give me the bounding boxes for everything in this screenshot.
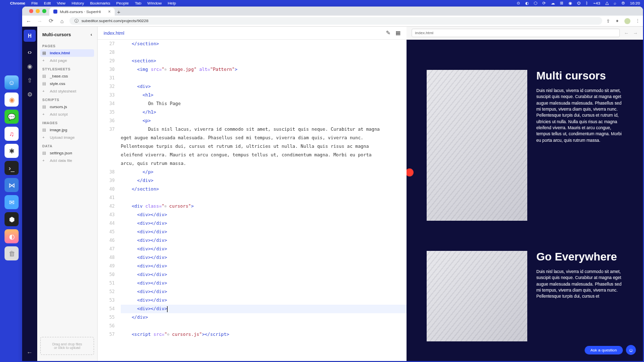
app-rail: H ‹› ◉ ⇧ ⚙ ← bbox=[22, 27, 37, 361]
code-area[interactable]: </section> <section> <img src="◎ image.j… bbox=[119, 40, 407, 361]
dock-mail[interactable]: ✉ bbox=[5, 195, 19, 209]
file-cursors-js[interactable]: ▤cursors.js bbox=[40, 103, 94, 111]
preview-paragraph: Duis nisl lacus, viverra id commodo sit … bbox=[536, 87, 623, 143]
file-base-css[interactable]: ▤_base.css bbox=[40, 72, 94, 80]
window-minimize-icon[interactable] bbox=[36, 9, 40, 13]
editor-body[interactable]: 2728293031323334353637383940414243444546… bbox=[98, 40, 407, 361]
bluetooth-icon[interactable]: ᛒ bbox=[586, 1, 588, 6]
tab-strip: Multi-cursors · SuperHi × + bbox=[22, 7, 643, 16]
smile-icon[interactable]: ☺ bbox=[626, 345, 636, 355]
macos-dock: ☺ ◉ 💬 ♫ ✱ ›_ ⋈ ✉ ⬢ ◐ 🗑 bbox=[3, 75, 20, 260]
dock-figma[interactable]: ⬢ bbox=[5, 212, 19, 226]
rail-share-icon[interactable]: ⇧ bbox=[22, 77, 37, 84]
rail-code-icon[interactable]: ‹› bbox=[22, 49, 37, 56]
plus-icon: + bbox=[42, 158, 47, 163]
file-icon: ▤ bbox=[42, 74, 47, 78]
menu-people[interactable]: People bbox=[116, 1, 129, 6]
url-text: subeditor.superhi.com/projects/90228 bbox=[82, 19, 148, 23]
file-image-jpg[interactable]: ▤image.jpg bbox=[40, 126, 94, 134]
window-zoom-icon[interactable] bbox=[42, 9, 46, 13]
preview-forward-icon[interactable]: → bbox=[633, 30, 638, 36]
site-info-icon[interactable]: ⓘ bbox=[74, 18, 78, 24]
sidebar: Multi-cursors ‹ PAGES ▤index.html +Add p… bbox=[37, 27, 98, 361]
status-icon[interactable]: ⟳ bbox=[542, 1, 546, 6]
plus-icon: + bbox=[42, 89, 47, 94]
home-button[interactable]: ⌂ bbox=[58, 18, 65, 24]
menu-bookmarks[interactable]: Bookmarks bbox=[90, 1, 110, 6]
tab-close-icon[interactable]: × bbox=[108, 9, 111, 14]
reload-button[interactable]: ⟳ bbox=[47, 18, 54, 24]
file-index-html[interactable]: ▤index.html bbox=[40, 49, 94, 57]
menu-file[interactable]: File bbox=[31, 1, 38, 6]
menu-window[interactable]: Window bbox=[147, 1, 162, 6]
add-stylesheet-button[interactable]: +Add stylesheet bbox=[40, 87, 94, 95]
dock-finder[interactable]: ☺ bbox=[5, 75, 19, 89]
status-icon[interactable]: ◐ bbox=[525, 1, 529, 6]
status-icon[interactable]: ⊙ bbox=[517, 1, 520, 6]
add-data-button[interactable]: +Add data file bbox=[40, 157, 94, 164]
preview-back-icon[interactable]: ← bbox=[624, 30, 629, 36]
section-data: DATA bbox=[40, 141, 94, 149]
browser-menu-icon[interactable]: ⋮ bbox=[635, 19, 640, 24]
plus-icon: + bbox=[42, 112, 47, 117]
status-icon[interactable]: ◉ bbox=[569, 1, 572, 6]
url-field[interactable]: ⓘ subeditor.superhi.com/projects/90228 bbox=[69, 17, 602, 25]
browser-tab[interactable]: Multi-cursors · SuperHi × bbox=[49, 8, 115, 16]
preview-pane: index.html ← → Multi cursors Duis nisl l… bbox=[407, 27, 643, 361]
preview-url[interactable]: index.html bbox=[412, 29, 620, 37]
file-icon: ▤ bbox=[42, 128, 47, 132]
search-icon[interactable]: ⌕ bbox=[614, 1, 616, 6]
status-icon[interactable]: ☁ bbox=[551, 1, 555, 6]
preview-image bbox=[427, 70, 527, 221]
dock-app[interactable]: ◐ bbox=[5, 229, 19, 243]
profile-avatar[interactable] bbox=[624, 18, 630, 24]
menu-history[interactable]: History bbox=[71, 1, 84, 6]
browser-window: Multi-cursors · SuperHi × + ← → ⟳ ⌂ ⓘ su… bbox=[22, 7, 643, 361]
active-app[interactable]: Chrome bbox=[10, 1, 25, 6]
file-icon: ▤ bbox=[42, 81, 47, 86]
menu-help[interactable]: Help bbox=[168, 1, 176, 6]
dock-slack[interactable]: ✱ bbox=[5, 144, 19, 158]
preview-paragraph: Duis nisl lacus, viverra id commodo sit … bbox=[536, 268, 623, 300]
editor-tab[interactable]: index.html bbox=[104, 31, 124, 36]
preview-heading: Go Everywhere bbox=[536, 251, 623, 262]
superhi-logo-icon[interactable]: H bbox=[24, 30, 36, 42]
new-tab-button[interactable]: + bbox=[115, 9, 123, 16]
dock-chrome[interactable]: ◉ bbox=[5, 93, 19, 107]
dock-vscode[interactable]: ⋈ bbox=[5, 178, 19, 192]
status-icon[interactable]: ⊞ bbox=[560, 1, 564, 6]
dock-trash[interactable]: 🗑 bbox=[5, 246, 19, 260]
plus-icon: + bbox=[42, 135, 47, 140]
add-script-button[interactable]: +Add script bbox=[40, 111, 94, 118]
wifi-icon[interactable]: ⧋ bbox=[605, 1, 609, 6]
ask-question-button[interactable]: Ask a question bbox=[585, 346, 623, 354]
status-icon[interactable]: ⬡ bbox=[534, 1, 537, 6]
file-settings-json[interactable]: ▤settings.json bbox=[40, 149, 94, 157]
magic-wand-icon[interactable]: ✎ bbox=[386, 30, 390, 36]
layout-toggle-icon[interactable]: ▦ bbox=[395, 30, 400, 36]
rail-preview-icon[interactable]: ◉ bbox=[22, 63, 37, 70]
add-page-button[interactable]: +Add page bbox=[40, 57, 94, 64]
share-icon[interactable]: ⇪ bbox=[606, 19, 610, 24]
sidebar-collapse-icon[interactable]: ‹ bbox=[91, 32, 92, 37]
clock[interactable]: 16:20 bbox=[630, 1, 640, 6]
menu-view[interactable]: View bbox=[57, 1, 65, 6]
rail-settings-icon[interactable]: ⚙ bbox=[22, 91, 37, 98]
extensions-icon[interactable]: ✦ bbox=[615, 19, 619, 24]
menu-tab[interactable]: Tab bbox=[135, 1, 141, 6]
dock-terminal[interactable]: ›_ bbox=[5, 161, 19, 175]
window-close-icon[interactable] bbox=[29, 9, 33, 13]
upload-image-button[interactable]: +Upload image bbox=[40, 134, 94, 141]
rail-back-icon[interactable]: ← bbox=[22, 349, 37, 356]
menu-edit[interactable]: Edit bbox=[44, 1, 51, 6]
drop-zone[interactable]: Drag and drop files or click to upload bbox=[40, 337, 94, 355]
control-center-icon[interactable]: ⚙ bbox=[621, 1, 625, 6]
section-images: IMAGES bbox=[40, 118, 94, 126]
file-style-css[interactable]: ▤style.css bbox=[40, 80, 94, 87]
back-button[interactable]: ← bbox=[25, 18, 32, 24]
battery-icon[interactable]: ⌁43 bbox=[593, 1, 600, 6]
status-icon[interactable]: ⏣ bbox=[577, 1, 581, 6]
tab-title: Multi-cursors · SuperHi bbox=[60, 10, 101, 14]
dock-music[interactable]: ♫ bbox=[5, 127, 19, 141]
dock-messages[interactable]: 💬 bbox=[5, 110, 19, 124]
